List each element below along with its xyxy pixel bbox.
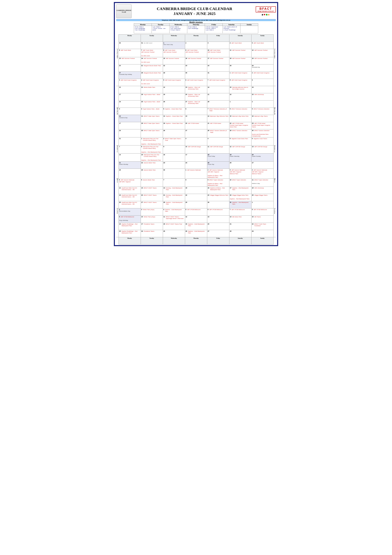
- event-text: ABF-Summer Festival: [232, 58, 251, 59]
- weekly-day-header: Monday Tuesday Wednesday Thursday Friday…: [116, 23, 276, 26]
- bfact-logo: BFACT Bridge Federation of the ACT ♠♥♣♦: [256, 6, 276, 16]
- day-number: 1: [230, 72, 231, 74]
- calendar-day-footer-4: Friday: [207, 237, 229, 244]
- event-text: Margaret Bourke Butler Pairs: [144, 72, 162, 74]
- event-text: ABF-VFOB Melbourne: [254, 209, 273, 211]
- day-number: 26: [164, 130, 165, 131]
- bfact-title: BFACT: [257, 7, 275, 11]
- day-cell: 15Matchpoint Pairs (incl Ted Crichton Mi…: [141, 153, 163, 161]
- day-number: 30: [252, 130, 254, 131]
- day-cell: 19Daytime – Grand Slam Pairs: [163, 122, 185, 129]
- holiday-note: Mother's Day: [252, 183, 273, 184]
- day-cell: 8ABF-Youth WeekABF-Summer Festival: [163, 49, 185, 57]
- calendar-row: 1718Hugh Hudson Pairs – Butler1920Daytim…: [116, 93, 276, 101]
- day-number: 22: [164, 65, 165, 66]
- calendar-row: 10Canberra Day11BFACT State Open Teams12…: [116, 115, 276, 122]
- day-number: 16: [252, 86, 254, 88]
- calendar-row: MARCH34Hugh Hudson Pairs – Butler5Daytim…: [116, 108, 276, 115]
- weekly-cell-sun: [240, 26, 258, 33]
- day-number: 15: [252, 216, 254, 218]
- day-number: 16: [185, 58, 187, 59]
- event-text: Wagga Wagga Teams: [254, 194, 273, 196]
- calendar-day-header-4: Friday: [207, 35, 229, 42]
- day-cell: 2: [185, 42, 207, 49]
- day-cell: 28BFACT Seniors Selection (if reqd): [207, 129, 229, 137]
- event-text: BFACT Open Selection: [232, 179, 251, 181]
- day-number: 9: [185, 49, 186, 51]
- calendar-row: 21Easter Monday22Autumn Butler Pairs2324…: [116, 161, 276, 169]
- day-number: 26: [252, 65, 254, 66]
- weekly-day-wed: Wednesday: [169, 23, 187, 26]
- day-number: 14: [208, 115, 209, 117]
- day-cell: 2Reconciliation Day: [119, 208, 141, 216]
- day-cell: 18Good Friday: [207, 153, 229, 161]
- day-number: 17: [185, 154, 187, 155]
- day-number: 17: [208, 58, 209, 59]
- day-number: 15: [230, 86, 231, 88]
- day-cell: 11Mentor Butler Pairs: [141, 86, 163, 93]
- day-number: 11: [230, 49, 231, 51]
- day-number: 13: [119, 58, 121, 59]
- day-number: 6: [185, 79, 186, 81]
- day-cell: 11ABF-Summer Festival: [229, 49, 251, 57]
- month-margin-right: [273, 93, 276, 101]
- day-number: 19: [119, 194, 121, 196]
- day-cell: 22Autumn Butler Pairs: [141, 161, 163, 169]
- day-number: 10: [185, 146, 187, 147]
- weekly-cell-thu: 10 am: Walk-in 2 pm: RealBridge: [187, 26, 205, 33]
- day-number: 9: [208, 179, 209, 181]
- day-number: 8: [164, 49, 164, 51]
- day-number: 4: [208, 138, 209, 139]
- calendar-row: 2425Hugh Hudson Pairs – Butler2627Daytim…: [116, 101, 276, 108]
- day-cell: 19Qualif Aust-Wide Club KO restricted te…: [119, 194, 141, 201]
- day-number: 5: [164, 108, 164, 110]
- event-text: ABF-Summer Festival: [254, 50, 273, 51]
- weekly-cell-wed: 10 am: Walk-in 7 pm: Supervised 7.15 pm:…: [169, 26, 187, 33]
- event-text: ABF-Summer Festival: [185, 51, 207, 53]
- day-cell: 12Qualif Aust-Wide Club KO restricted te…: [119, 187, 141, 194]
- day-number: 31: [208, 72, 209, 74]
- day-number: 15: [164, 58, 165, 59]
- day-number: 18: [230, 58, 231, 59]
- event-text: BFACT Womens Selection: [254, 108, 273, 110]
- day-number: 18: [252, 187, 254, 189]
- day-number: 17: [119, 123, 121, 124]
- day-cell: 30: [207, 201, 229, 208]
- day-cell: 10ABF-CWFOB Orange: [185, 146, 207, 153]
- event-text: Central Coast Super Congress Teams: [252, 124, 273, 128]
- calendar-row: JANUARY6ABF-Youth Week7ABF-Youth WeekABF…: [116, 49, 276, 57]
- event-text: ABF-Gold Coast Congress: [165, 79, 184, 81]
- calendar-row: 23Daytime RealBridge – Red Masterpoint P…: [116, 230, 276, 237]
- event-text: Will's Workshop: [254, 94, 273, 95]
- event-text: Wagga Wagga Swiss Pairs: [232, 194, 251, 196]
- month-label-left-may: MAY: [116, 179, 119, 208]
- day-number: 11: [208, 146, 209, 147]
- day-cell: 17: [119, 122, 141, 129]
- event-text: ABF-Gold Coast Congress: [209, 79, 228, 81]
- day-number: 13: [185, 86, 187, 88]
- day-number: 12: [119, 187, 121, 189]
- day-cell: 18ABF-Summer Festival: [229, 57, 251, 65]
- day-cell: 9: [163, 146, 185, 153]
- day-number: 3: [230, 169, 231, 171]
- day-number: 10: [208, 49, 209, 51]
- event-text: Daytime RealBridge – Red Masterpoint Pai…: [121, 223, 140, 227]
- event-text: Autumn Butler Pairs: [144, 169, 162, 171]
- day-number: 28: [208, 130, 209, 131]
- day-cell: 1: [251, 201, 273, 208]
- day-cell: 25BFACT State Open Teams: [141, 129, 163, 137]
- month-margin-right: [273, 42, 276, 49]
- event-text: Hugh Hudson Pairs – Butler: [143, 108, 162, 110]
- day-cell: 2BFACT State Open Teams – Final: [163, 137, 185, 146]
- day-number: 18: [141, 123, 143, 124]
- day-number: 2: [185, 42, 186, 44]
- day-number: 11: [164, 216, 165, 218]
- event-text: ABF-Gold Coast Congress: [231, 72, 251, 74]
- day-number: 26: [230, 162, 231, 164]
- day-cell: 24: [185, 161, 207, 169]
- day-number: 1: [164, 42, 164, 44]
- event-text: ABF-BRC Yeppoon: [252, 171, 273, 173]
- day-cell: 14Batemans' Bay Welcome Pairs: [207, 115, 229, 122]
- calendar-day-footer-6: Sunday: [251, 237, 273, 244]
- event-text: Daytime – Red Masterpoint Pairs: [141, 151, 162, 153]
